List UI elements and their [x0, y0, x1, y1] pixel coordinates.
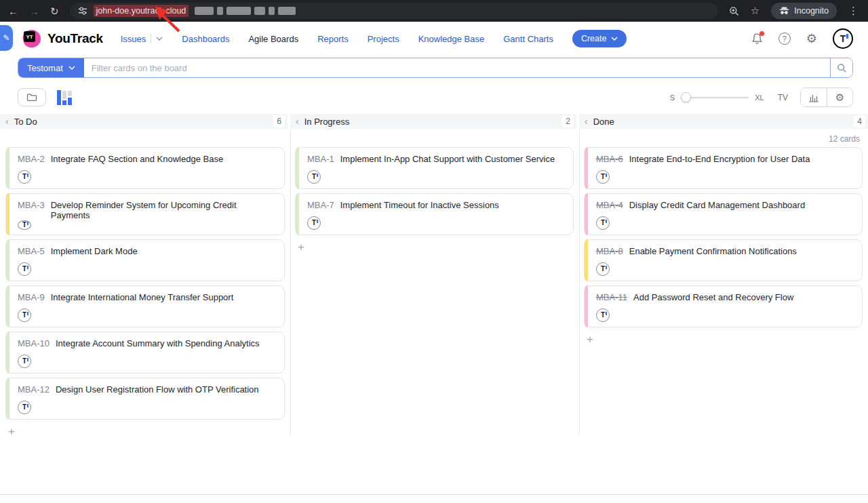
issue-card-mba-4[interactable]: MBA-4Display Credit Card Management Dash…	[584, 193, 863, 235]
issue-card-mba-10[interactable]: MBA-10Integrate Account Summary with Spe…	[5, 331, 285, 374]
side-panel-toggle[interactable]: ✎	[0, 25, 13, 51]
issue-id[interactable]: MBA-6	[596, 154, 623, 164]
search-button[interactable]	[830, 58, 852, 77]
filter-cards-input[interactable]	[84, 58, 830, 77]
issue-title[interactable]: Integrate End-to-End Encryption for User…	[629, 154, 810, 164]
cards-total-label	[5, 129, 290, 147]
issue-title[interactable]: Enable Payment Confirmation Notification…	[629, 246, 797, 256]
issue-id[interactable]: MBA-1	[307, 154, 334, 164]
chevron-down-icon[interactable]	[156, 37, 163, 41]
slider-knob[interactable]	[681, 92, 691, 102]
chevron-down-icon	[68, 66, 75, 70]
address-bar[interactable]: john-doe.youtrack.cloud	[70, 3, 718, 19]
notifications-bell-icon[interactable]	[751, 33, 763, 45]
issue-id[interactable]: MBA-2	[18, 154, 45, 164]
issue-title[interactable]: Integrate International Money Transfer S…	[51, 292, 234, 302]
issue-id[interactable]: MBA-11	[596, 292, 627, 302]
gear-icon: ⚙	[835, 92, 844, 102]
issue-card-mba-7[interactable]: MBA-7Implement Timeout for Inactive Sess…	[295, 193, 574, 235]
nav-item-reports[interactable]: Reports	[317, 34, 349, 44]
issue-title[interactable]: Design User Registration Flow with OTP V…	[56, 384, 259, 395]
browser-menu-icon[interactable]: ⋮	[848, 5, 859, 17]
column-header-done[interactable]: ‹Done4	[579, 114, 868, 129]
nav-item-dashboards[interactable]: Dashboards	[182, 34, 229, 44]
issue-id[interactable]: MBA-3	[18, 200, 45, 210]
settings-gear-icon[interactable]: ⚙	[806, 33, 817, 45]
issue-card-mba-9[interactable]: MBA-9Integrate International Money Trans…	[5, 285, 285, 327]
browser-reload-button[interactable]: ↻	[50, 6, 59, 16]
issue-id[interactable]: MBA-4	[596, 200, 623, 210]
help-icon[interactable]: ?	[778, 33, 791, 45]
nav-item-knowledge-base[interactable]: Knowledge Base	[418, 34, 485, 44]
assignee-avatar[interactable]: T	[18, 220, 31, 230]
search-icon	[837, 63, 847, 73]
assignee-avatar[interactable]: T	[596, 216, 610, 230]
issue-id[interactable]: MBA-8	[596, 246, 623, 256]
browser-back-button[interactable]: ←	[8, 6, 18, 16]
zoom-icon[interactable]	[729, 6, 739, 16]
assignee-avatar[interactable]: T	[18, 401, 31, 414]
issue-id[interactable]: MBA-5	[18, 246, 45, 256]
issue-card-mba-1[interactable]: MBA-1Implement In-App Chat Support with …	[295, 147, 574, 189]
site-settings-icon[interactable]	[78, 6, 87, 16]
nav-item-agile-boards[interactable]: Agile Boards	[248, 34, 298, 44]
add-card-button[interactable]: +	[8, 426, 15, 437]
user-avatar[interactable]: T	[833, 28, 853, 49]
assignee-avatar[interactable]: T	[18, 355, 31, 368]
collapse-column-icon[interactable]: ‹	[5, 116, 9, 127]
collapse-column-icon[interactable]: ‹	[296, 116, 299, 127]
issue-title[interactable]: Integrate Account Summary with Spending …	[56, 338, 260, 348]
add-card-button[interactable]: +	[587, 334, 593, 345]
assignee-avatar[interactable]: T	[596, 170, 610, 184]
issue-card-mba-6[interactable]: MBA-6Integrate End-to-End Encryption for…	[584, 147, 863, 189]
assignee-avatar[interactable]: T	[596, 308, 610, 322]
issue-title[interactable]: Add Password Reset and Recovery Flow	[633, 292, 793, 302]
issue-title[interactable]: Implement Dark Mode	[51, 246, 138, 256]
column-body-to-do: MBA-2Integrate FAQ Section and Knowledge…	[0, 129, 290, 438]
assignee-avatar[interactable]: T	[18, 262, 31, 276]
issue-title[interactable]: Implement Timeout for Inactive Sessions	[340, 200, 499, 210]
issue-title[interactable]: Integrate FAQ Section and Knowledge Base	[51, 154, 223, 164]
sprint-folder-button[interactable]	[18, 88, 46, 106]
nav-item-projects[interactable]: Projects	[368, 34, 399, 44]
nav-item-gantt-charts[interactable]: Gantt Charts	[503, 34, 553, 44]
issue-title[interactable]: Develop Reminder System for Upcoming Cre…	[51, 200, 277, 220]
browser-forward-button[interactable]: →	[29, 6, 39, 16]
nav-item-issues[interactable]: Issues	[121, 34, 146, 44]
bookmark-star-icon[interactable]: ☆	[751, 5, 760, 17]
chart-bar	[68, 91, 72, 96]
issue-card-mba-12[interactable]: MBA-12Design User Registration Flow with…	[5, 378, 285, 420]
issue-title[interactable]: Implement In-App Chat Support with Custo…	[340, 154, 555, 164]
issue-id[interactable]: MBA-10	[18, 338, 50, 348]
page: ← → ↻ john-doe.youtrack.cloud ☆	[0, 0, 868, 503]
board-chart-toggle[interactable]	[57, 90, 72, 105]
issue-card-mba-2[interactable]: MBA-2Integrate FAQ Section and Knowledge…	[5, 147, 285, 189]
card-size-slider[interactable]	[681, 92, 749, 102]
issue-card-mba-11[interactable]: MBA-11Add Password Reset and Recovery Fl…	[584, 285, 863, 327]
issue-id[interactable]: MBA-7	[307, 200, 334, 210]
column-header-in-progress[interactable]: ‹In Progress2	[290, 114, 576, 129]
board-settings-button[interactable]: ⚙	[827, 88, 852, 106]
issue-card-mba-3[interactable]: MBA-3Develop Reminder System for Upcomin…	[5, 193, 285, 235]
assignee-avatar[interactable]: T	[596, 262, 610, 276]
issue-card-mba-8[interactable]: MBA-8Enable Payment Confirmation Notific…	[584, 239, 863, 281]
add-card-button[interactable]: +	[298, 241, 304, 253]
assignee-avatar[interactable]: T	[18, 308, 31, 322]
assignee-avatar[interactable]: T	[18, 170, 31, 184]
assignee-avatar[interactable]: T	[307, 216, 321, 230]
youtrack-logo[interactable]: YT YouTrack	[23, 30, 103, 47]
issue-title[interactable]: Display Credit Card Management Dashboard	[629, 200, 805, 210]
collapse-column-icon[interactable]: ‹	[585, 116, 588, 127]
card-summary: MBA-3Develop Reminder System for Upcomin…	[18, 200, 277, 220]
issue-card-mba-5[interactable]: MBA-5Implement Dark ModeT	[5, 239, 285, 281]
board-selector-button[interactable]: Testomat	[18, 58, 84, 77]
chart-report-button[interactable]	[801, 88, 827, 106]
card-summary: MBA-2Integrate FAQ Section and Knowledge…	[18, 154, 277, 164]
issue-id[interactable]: MBA-12	[18, 384, 50, 395]
issue-id[interactable]: MBA-9	[18, 292, 45, 302]
assignee-avatar[interactable]: T	[307, 170, 321, 184]
column-header-to-do[interactable]: ‹To Do6	[0, 114, 288, 129]
tv-mode-button[interactable]: TV	[778, 93, 788, 102]
create-button[interactable]: Create	[572, 30, 627, 47]
url-text[interactable]: john-doe.youtrack.cloud	[94, 5, 189, 17]
